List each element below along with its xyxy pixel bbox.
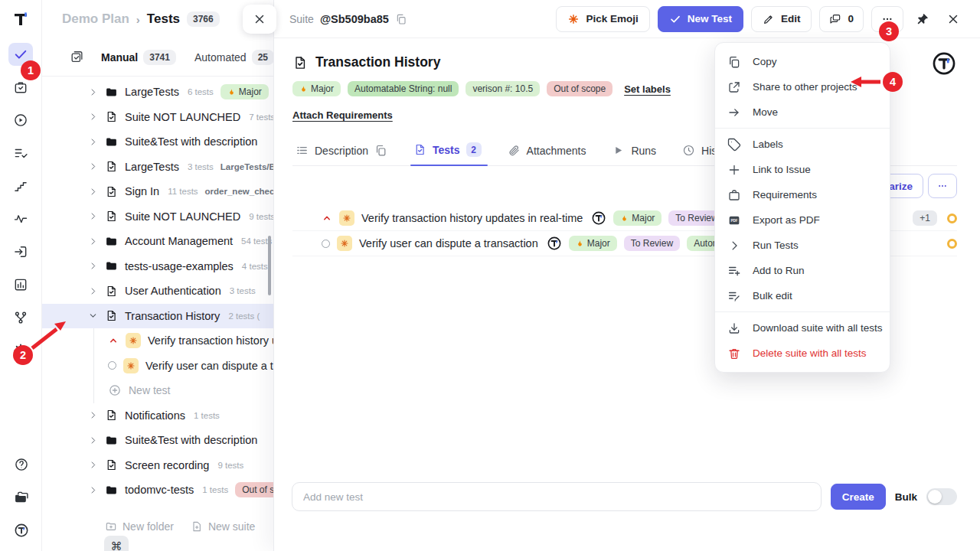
tab-description[interactable]: Description — [296, 144, 387, 165]
close-drawer-button[interactable] — [942, 6, 965, 32]
comments-button[interactable]: 0 — [819, 6, 864, 32]
new-folder-button[interactable]: New folder — [105, 520, 174, 533]
test-title: Verify transaction history updates in re… — [361, 212, 583, 224]
menu-item-move[interactable]: Move — [715, 99, 890, 125]
tree-row[interactable]: LargeTests3 testsLargeTests/B — [42, 155, 273, 180]
suite-label-badge[interactable]: verison #: 10.5 — [466, 81, 540, 96]
command-key-hint[interactable]: ⌘ — [104, 536, 129, 551]
menu-item-download-suite-with-all-tests[interactable]: Download suite with all tests — [715, 315, 890, 341]
pick-emoji-button[interactable]: Pick Emoji — [556, 6, 649, 32]
doc-check-icon — [105, 409, 118, 422]
rail-item-play-circle[interactable] — [8, 109, 33, 132]
rail-item-t-circle[interactable] — [9, 519, 34, 542]
menu-item-export-as-pdf[interactable]: Export as PDF — [715, 207, 890, 233]
new-suite-button[interactable]: New suite — [191, 520, 255, 533]
tab-automated[interactable]: Automated 25 — [194, 50, 273, 65]
test-badge[interactable]: Major — [569, 236, 617, 251]
tree-row[interactable]: Transaction History2 tests ( — [42, 304, 273, 329]
tree-row[interactable]: User Authentication3 tests — [42, 279, 273, 304]
bulk-toggle[interactable] — [926, 488, 957, 505]
drawer-collapse-button[interactable] — [243, 5, 276, 34]
tree-row[interactable]: Notifications1 tests — [42, 403, 273, 429]
test-badge[interactable]: Major — [613, 210, 662, 226]
tree-row[interactable]: Suite&Test with description — [42, 428, 273, 453]
chevron-right-icon — [88, 112, 98, 122]
pin-button[interactable] — [911, 6, 934, 32]
rail-item-pulse[interactable] — [8, 207, 33, 230]
tab-tests[interactable]: Tests2 — [413, 142, 482, 165]
menu-item-bulk-edit[interactable]: Bulk edit — [715, 283, 890, 308]
breadcrumb-section[interactable]: Tests — [147, 11, 180, 27]
avatar[interactable] — [931, 51, 957, 77]
rail-item-stairs[interactable] — [8, 174, 33, 197]
tree-row-meta: 9 tests — [217, 461, 243, 470]
tab-count-badge: 2 — [466, 142, 482, 157]
menu-item-link-to-issue[interactable]: Link to Issue — [715, 157, 890, 182]
select-all-icon[interactable] — [70, 50, 84, 64]
tab-manual[interactable]: Manual 3741 — [101, 50, 176, 65]
more-badges-count[interactable]: +1 — [913, 210, 937, 226]
tree-row-badge[interactable]: Major — [220, 84, 269, 99]
edit-button[interactable]: Edit — [751, 6, 812, 32]
attach-requirements-link[interactable]: Attach Requirements — [292, 109, 393, 121]
create-button[interactable]: Create — [831, 484, 886, 510]
burst-icon — [129, 336, 138, 345]
menu-item-delete-suite-with-all-tests[interactable]: Delete suite with all tests — [715, 341, 890, 366]
rail-item-bar-chart[interactable] — [8, 273, 33, 296]
burst-icon — [126, 361, 136, 370]
breadcrumb-project[interactable]: Demo Plan — [62, 11, 129, 27]
plus-icon — [727, 163, 741, 177]
tree-test-row[interactable]: Verify user can dispute a transaction — [94, 354, 273, 379]
menu-item-label: Download suite with all tests — [753, 322, 883, 334]
rail-item-help[interactable] — [9, 453, 34, 476]
rail-item-branch[interactable] — [8, 306, 33, 329]
tree-row-meta: 4 tests — [242, 262, 268, 271]
menu-item-add-to-run[interactable]: Add to Run — [715, 258, 890, 283]
tree-row[interactable]: Screen recording9 tests — [42, 453, 273, 478]
menu-item-requirements[interactable]: Requirements — [715, 182, 890, 207]
tree-row[interactable]: Sign In11 testsorder_new_check — [42, 179, 273, 204]
flame-icon — [576, 240, 584, 248]
tree-row[interactable]: Suite NOT LAUNCHED7 tests — [42, 105, 273, 130]
tree-test-row[interactable]: Verify transaction history updates in re… — [94, 328, 273, 354]
tree-row-badge[interactable]: Out of scope — [235, 482, 273, 497]
tests-more-button[interactable] — [928, 174, 957, 198]
edit-label: Edit — [781, 13, 801, 24]
suite-label-badge[interactable]: Automatable String: null — [348, 81, 459, 96]
run-status-dot[interactable] — [947, 239, 957, 249]
add-test-input[interactable] — [292, 482, 822, 511]
test-badge[interactable]: To Review — [624, 236, 680, 251]
breadcrumb-separator: › — [136, 13, 140, 26]
doc-check-icon — [105, 185, 118, 198]
tag-icon — [727, 138, 741, 152]
menu-item-share-to-other-projects[interactable]: Share to other projects — [715, 74, 890, 99]
badge-text: Automatable String: null — [354, 83, 452, 94]
rail-item-folders[interactable] — [9, 486, 34, 509]
suite-label-badge[interactable]: Major — [292, 81, 341, 96]
copy-suite-id-button[interactable] — [395, 13, 407, 25]
suite-label-badge[interactable]: Out of scope — [547, 81, 612, 96]
new-test-button[interactable]: New Test — [658, 6, 743, 32]
app-logo-icon[interactable] — [9, 8, 32, 31]
tree-new-test-button[interactable]: New test — [94, 378, 273, 403]
tab-attachments[interactable]: Attachments — [508, 144, 586, 165]
tree-row[interactable]: LargeTests6 testsMajor — [42, 80, 273, 105]
menu-item-labels[interactable]: Labels — [715, 132, 890, 157]
tab-runs[interactable]: Runs — [612, 144, 656, 165]
badge-text: Out of scope — [554, 83, 606, 94]
menu-item-copy[interactable]: Copy — [715, 49, 890, 74]
tree-scrollbar[interactable] — [268, 236, 271, 295]
left-rail — [0, 0, 42, 551]
tree-row[interactable]: Suite NOT LAUNCHED9 tests — [42, 204, 273, 230]
run-status-dot[interactable] — [947, 214, 957, 223]
chevron-down-icon — [88, 311, 98, 321]
tree-row[interactable]: tests-usage-examples4 tests — [42, 254, 273, 279]
menu-item-run-tests[interactable]: Run Tests — [715, 233, 890, 258]
rail-item-list-check[interactable] — [8, 142, 33, 165]
tree-row[interactable]: todomvc-tests1 testsOut of scope — [42, 478, 273, 503]
set-labels-link[interactable]: Set labels — [624, 83, 671, 95]
badge-text: To Review — [631, 238, 673, 249]
tree-row[interactable]: Account Management54 tests — [42, 229, 273, 254]
rail-item-import[interactable] — [8, 240, 33, 263]
tree-row[interactable]: Suite&Test with description — [42, 129, 273, 155]
